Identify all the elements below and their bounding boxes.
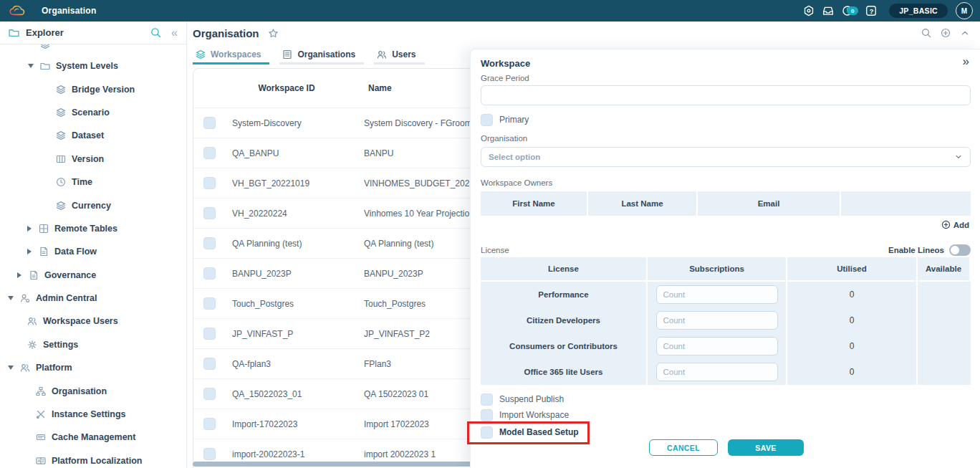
row-checkbox[interactable] xyxy=(203,448,216,460)
caret-down-icon[interactable] xyxy=(7,364,14,371)
enable-lineos-toggle[interactable] xyxy=(949,244,971,256)
add-owner-button[interactable]: Add xyxy=(941,220,969,229)
tree-item-platform-localization[interactable]: AZ Platform Localization xyxy=(0,449,186,468)
row-checkbox[interactable] xyxy=(203,177,216,189)
inbox-icon[interactable] xyxy=(822,5,834,16)
tree-item-data-flow[interactable]: Data Flow xyxy=(0,240,186,263)
grace-period-input[interactable] xyxy=(481,85,971,105)
tree-item-label: Cache Management xyxy=(52,432,135,442)
suspend-publish-checkbox[interactable] xyxy=(481,393,493,406)
tab-label: Workspaces xyxy=(211,49,261,59)
avatar[interactable]: M xyxy=(956,2,973,19)
caret-right-icon[interactable] xyxy=(26,248,33,255)
tree-item-time[interactable]: Time xyxy=(0,171,186,194)
explorer-title: Explorer xyxy=(26,27,64,38)
cancel-button[interactable]: CANCEL xyxy=(649,439,718,456)
tree-item-organisation[interactable]: Organisation xyxy=(0,379,186,402)
row-checkbox[interactable] xyxy=(203,328,216,340)
svg-text:A: A xyxy=(38,459,41,463)
utilised-value: 0 xyxy=(787,307,918,333)
row-checkbox[interactable] xyxy=(203,147,216,159)
settings-icon[interactable] xyxy=(803,5,815,16)
save-button[interactable]: SAVE xyxy=(728,439,804,456)
tree-item-cache-management[interactable]: Cache Management xyxy=(0,426,186,449)
tree-item-platform[interactable]: Platform xyxy=(0,356,186,379)
import-workspace-checkbox[interactable] xyxy=(481,409,493,421)
help-icon[interactable]: ? xyxy=(865,5,877,16)
workspace-owners-label: Workspace Owners xyxy=(481,178,552,187)
tree-item-label: Remote Tables xyxy=(54,224,117,234)
owners-column-actions xyxy=(841,191,971,216)
available-value xyxy=(918,359,971,385)
tree-item-admin-central[interactable]: Admin Central xyxy=(0,287,186,310)
subscriptions-count-input[interactable] xyxy=(656,285,778,304)
row-checkbox[interactable] xyxy=(203,388,216,400)
tree-item-label: System Levels xyxy=(56,61,118,71)
tree-item-system-levels[interactable]: System Levels xyxy=(0,54,186,77)
expand-panel-icon[interactable] xyxy=(963,55,969,67)
available-value xyxy=(918,282,971,307)
chevron-down-icon xyxy=(954,153,963,161)
tree-item-settings[interactable]: Settings xyxy=(0,333,186,356)
row-checkbox[interactable] xyxy=(203,358,216,370)
search-icon[interactable] xyxy=(150,27,161,38)
partial-tree-icon xyxy=(40,44,50,49)
row-checkbox[interactable] xyxy=(203,207,216,219)
license-row-name: Performance xyxy=(481,282,648,307)
organisation-select[interactable]: Select option xyxy=(481,147,971,167)
license-row-name: Consumers or Contributors xyxy=(481,333,648,359)
caret-down-icon[interactable] xyxy=(27,62,34,70)
chevron-up-icon[interactable] xyxy=(960,28,970,38)
tree-item-instance-settings[interactable]: Instance Settings xyxy=(0,403,186,426)
annotation-highlight xyxy=(467,421,590,444)
license-column-utilised: Utilised xyxy=(787,257,918,282)
caret-down-icon[interactable] xyxy=(7,295,14,302)
history-icon[interactable]: 0 xyxy=(842,5,853,16)
add-icon[interactable] xyxy=(941,28,951,38)
owners-column-email: Email xyxy=(698,191,841,216)
tree-item-scenario[interactable]: Scenario xyxy=(0,101,186,124)
primary-checkbox[interactable] xyxy=(481,114,493,126)
tab-organisations[interactable]: Organisations xyxy=(279,46,364,65)
cell-workspace-id: QA_BANPU xyxy=(222,148,351,158)
suspend-publish-row[interactable]: Suspend Publish xyxy=(481,393,564,405)
row-checkbox[interactable] xyxy=(203,117,216,129)
tab-workspaces[interactable]: Workspaces xyxy=(193,46,269,65)
cell-workspace-id: JP_VINFAST_P xyxy=(222,329,351,339)
file-icon xyxy=(39,247,49,257)
org-grid-icon xyxy=(282,49,292,59)
tree-item-workspace-users[interactable]: Workspace Users xyxy=(0,310,186,333)
row-checkbox[interactable] xyxy=(203,237,216,249)
license-column-available: Available xyxy=(918,257,971,282)
layers-icon xyxy=(196,49,206,59)
suspend-publish-label: Suspend Publish xyxy=(499,394,564,404)
users-icon xyxy=(27,316,37,326)
columns-icon xyxy=(56,154,66,164)
collapse-sidebar-icon[interactable] xyxy=(171,27,178,39)
tree-item-currency[interactable]: Currency xyxy=(0,194,186,216)
caret-right-icon[interactable] xyxy=(16,272,23,279)
primary-checkbox-row[interactable]: Primary xyxy=(481,114,529,125)
tree-item-bridge-version[interactable]: Bridge Version xyxy=(0,77,186,100)
subscriptions-count-input[interactable] xyxy=(656,337,778,355)
explorer-tree: System Levels Bridge Version Scenario Da… xyxy=(0,44,186,468)
tree-item-governance[interactable]: Governance xyxy=(0,264,186,287)
license-label: License xyxy=(481,246,509,254)
row-checkbox[interactable] xyxy=(203,267,216,280)
caret-right-icon[interactable] xyxy=(26,225,33,232)
user-pill[interactable]: JP_BASIC xyxy=(889,4,948,18)
subscriptions-count-input[interactable] xyxy=(656,311,778,330)
tab-users[interactable]: Users xyxy=(374,46,424,65)
panel-title: Workspace xyxy=(481,58,530,69)
tree-item-version[interactable]: Version xyxy=(0,148,186,171)
row-checkbox[interactable] xyxy=(203,297,216,310)
row-checkbox[interactable] xyxy=(203,418,216,430)
subscriptions-count-input[interactable] xyxy=(656,363,778,381)
favorite-star-icon[interactable] xyxy=(268,28,279,39)
search-icon[interactable] xyxy=(921,28,931,38)
import-workspace-row[interactable]: Import Workspace xyxy=(481,409,569,421)
tree-item-remote-tables[interactable]: Remote Tables xyxy=(0,217,186,240)
toggle-knob xyxy=(951,246,959,254)
tree-item-label: Governance xyxy=(44,270,96,280)
tree-item-dataset[interactable]: Dataset xyxy=(0,124,186,147)
